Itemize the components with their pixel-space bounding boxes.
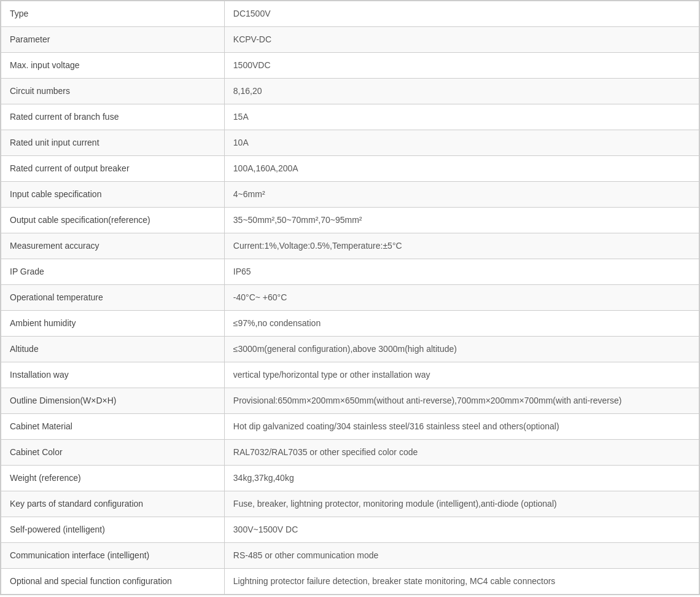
table-row: Max. input voltage1500VDC — [1, 53, 699, 79]
row-label: Weight (reference) — [1, 466, 225, 491]
row-label: Cabinet Color — [1, 440, 225, 466]
table-row: Altitude≤3000m(general configuration),ab… — [1, 337, 699, 362]
row-label: Communication interface (intelligent) — [1, 543, 225, 569]
row-value: DC1500V — [224, 1, 699, 27]
row-value: 100A,160A,200A — [224, 156, 699, 182]
row-value: ≤97%,no condensation — [224, 311, 699, 337]
specs-table: TypeDC1500VParameterKCPV-DCMax. input vo… — [1, 1, 699, 595]
row-label: Self-powered (intelligent) — [1, 517, 225, 543]
table-row: TypeDC1500V — [1, 1, 699, 27]
row-label: Rated current of branch fuse — [1, 104, 225, 130]
row-label: Max. input voltage — [1, 53, 225, 79]
row-value: ≤3000m(general configuration),above 3000… — [224, 337, 699, 362]
row-label: Measurement accuracy — [1, 233, 225, 259]
table-row: IP GradeIP65 — [1, 259, 699, 285]
table-row: Communication interface (intelligent)RS-… — [1, 543, 699, 569]
row-value: 300V~1500V DC — [224, 517, 699, 543]
row-value: RAL7032/RAL7035 or other specified color… — [224, 440, 699, 466]
row-label: Rated unit input current — [1, 130, 225, 156]
row-value: 8,16,20 — [224, 79, 699, 104]
table-row: Cabinet MaterialHot dip galvanized coati… — [1, 414, 699, 440]
table-row: Cabinet ColorRAL7032/RAL7035 or other sp… — [1, 440, 699, 466]
row-label: Input cable specification — [1, 182, 225, 208]
table-row: Rated unit input current10A — [1, 130, 699, 156]
table-row: Operational temperature-40°C~ +60°C — [1, 285, 699, 311]
row-label: IP Grade — [1, 259, 225, 285]
row-value: Hot dip galvanized coating/304 stainless… — [224, 414, 699, 440]
row-label: Key parts of standard configuration — [1, 491, 225, 517]
row-value: -40°C~ +60°C — [224, 285, 699, 311]
table-row: Self-powered (intelligent)300V~1500V DC — [1, 517, 699, 543]
row-label: Output cable specification(reference) — [1, 208, 225, 233]
row-label: Optional and special function configurat… — [1, 569, 225, 595]
table-row: Input cable specification4~6mm² — [1, 182, 699, 208]
table-row: Rated current of output breaker100A,160A… — [1, 156, 699, 182]
row-label: Installation way — [1, 362, 225, 388]
row-value: 15A — [224, 104, 699, 130]
table-row: Rated current of branch fuse15A — [1, 104, 699, 130]
row-value: KCPV-DC — [224, 27, 699, 53]
row-value: Fuse, breaker, lightning protector, moni… — [224, 491, 699, 517]
row-value: Provisional:650mm×200mm×650mm(without an… — [224, 388, 699, 414]
row-label: Cabinet Material — [1, 414, 225, 440]
row-value: 34kg,37kg,40kg — [224, 466, 699, 491]
row-label: Circuit numbers — [1, 79, 225, 104]
table-row: ParameterKCPV-DC — [1, 27, 699, 53]
row-value: 10A — [224, 130, 699, 156]
row-value: IP65 — [224, 259, 699, 285]
row-label: Parameter — [1, 27, 225, 53]
table-row: Key parts of standard configurationFuse,… — [1, 491, 699, 517]
table-row: Measurement accuracyCurrent:1%,Voltage:0… — [1, 233, 699, 259]
row-value: Current:1%,Voltage:0.5%,Temperature:±5°C — [224, 233, 699, 259]
row-label: Outline Dimension(W×D×H) — [1, 388, 225, 414]
row-label: Rated current of output breaker — [1, 156, 225, 182]
table-row: Weight (reference)34kg,37kg,40kg — [1, 466, 699, 491]
table-row: Outline Dimension(W×D×H)Provisional:650m… — [1, 388, 699, 414]
row-value: 4~6mm² — [224, 182, 699, 208]
row-label: Operational temperature — [1, 285, 225, 311]
table-row: Ambient humidity≤97%,no condensation — [1, 311, 699, 337]
row-value: Lightning protector failure detection, b… — [224, 569, 699, 595]
row-value: 35~50mm²,50~70mm²,70~95mm² — [224, 208, 699, 233]
table-row: Installation wayvertical type/horizontal… — [1, 362, 699, 388]
table-row: Output cable specification(reference)35~… — [1, 208, 699, 233]
specs-table-container: TypeDC1500VParameterKCPV-DCMax. input vo… — [0, 0, 700, 595]
row-label: Ambient humidity — [1, 311, 225, 337]
row-value: RS-485 or other communication mode — [224, 543, 699, 569]
table-row: Circuit numbers8,16,20 — [1, 79, 699, 104]
row-value: vertical type/horizontal type or other i… — [224, 362, 699, 388]
row-label: Altitude — [1, 337, 225, 362]
row-value: 1500VDC — [224, 53, 699, 79]
row-label: Type — [1, 1, 225, 27]
table-row: Optional and special function configurat… — [1, 569, 699, 595]
